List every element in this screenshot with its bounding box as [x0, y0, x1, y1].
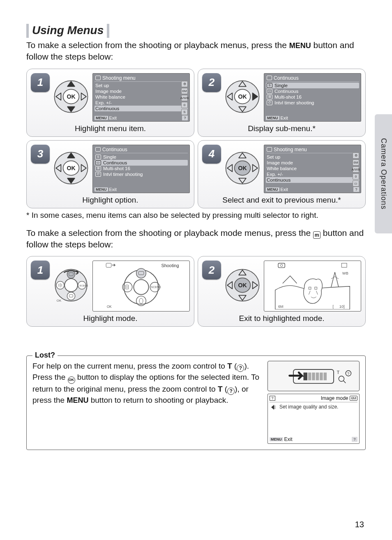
svg-rect-22	[106, 263, 111, 268]
value-badge: 6M	[353, 159, 359, 166]
step-card: 1 SCENE OK Shooting	[26, 256, 194, 327]
title-icon	[95, 76, 101, 80]
row-label: Continuous	[274, 89, 298, 94]
svg-rect-55	[324, 373, 327, 381]
title-icon	[95, 147, 101, 152]
svg-text:Shooting: Shooting	[161, 263, 179, 268]
svg-text:6M: 6M	[278, 305, 284, 309]
lost-help-box: Lost? For help on the current menu, pres…	[26, 355, 366, 450]
menu-row: Exp. +/-	[266, 171, 359, 177]
text: To make a selection from the shooting or…	[26, 40, 289, 50]
row-label: Intvl timer shooting	[274, 100, 314, 105]
value-badge: ⚙	[353, 152, 359, 159]
row-label: Exp. +/-	[95, 100, 112, 105]
help-badge: ?	[353, 187, 359, 192]
row-label: Single	[103, 155, 116, 159]
row-icon: ▭	[267, 89, 272, 94]
step-caption: Exit to highlighted mode.	[202, 314, 361, 323]
help-badge: ?	[182, 115, 188, 120]
svg-rect-53	[316, 373, 319, 381]
step-number: 2	[202, 261, 221, 279]
camera-screen: Continuous S Single ▭ Continuous ⊞ Multi…	[92, 145, 190, 193]
svg-text:[: [	[333, 305, 334, 309]
row-label: Exp. +/-	[267, 172, 283, 177]
svg-text:OK: OK	[107, 305, 112, 309]
svg-point-14	[67, 270, 75, 278]
row-icon: ⏱	[267, 100, 272, 105]
menu-row: ⊞ Multi-shot 16	[95, 166, 188, 171]
step-card: 3 OK Continuous S Single ▭ Continuous ⊞ …	[26, 140, 194, 208]
step-number: 1	[31, 261, 50, 279]
row-label: Single	[274, 83, 288, 88]
value-badge: 0	[181, 102, 188, 108]
value-badge: ⚙	[181, 81, 188, 87]
svg-point-13	[65, 279, 78, 292]
steps-grid-1: 1 OK Shooting menu Set up Image mode Whi…	[26, 69, 366, 208]
step-card: 1 OK Shooting menu Set up Image mode Whi…	[26, 69, 194, 137]
image-mode-badge: 6M	[350, 396, 357, 401]
help-icon: ?	[227, 388, 235, 395]
shooting-preview-screen: WB 6M [ 10]	[264, 261, 361, 312]
text: To make a selection from the shooting or…	[26, 228, 313, 238]
menu-row: Set up	[266, 154, 359, 160]
step-number: 2	[202, 73, 221, 92]
row-label: White balance	[267, 166, 297, 171]
exit-label: Exit	[281, 187, 288, 192]
multi-selector-icon: OK	[53, 78, 89, 116]
menu-row: S Single	[266, 83, 359, 88]
menu-row: Set up	[95, 83, 188, 88]
screen-title: Continuous	[274, 75, 299, 81]
menu-button-label: MENU	[289, 42, 311, 50]
screen-title: Shooting menu	[102, 75, 136, 81]
svg-point-26	[136, 269, 146, 279]
svg-line-58	[344, 381, 346, 383]
menu-row: ⊞ Multi-shot 16	[266, 94, 359, 100]
value-badge: 0	[353, 173, 359, 180]
svg-point-16	[67, 292, 75, 300]
help-badge: ?	[352, 437, 357, 442]
menu-row: White balance	[95, 94, 188, 100]
row-icon: ⊞	[267, 95, 272, 99]
row-label: Intvl timer shooting	[103, 172, 143, 177]
svg-text:OK: OK	[238, 93, 247, 100]
menu-row: Continuous	[266, 177, 359, 183]
svg-text:T: T	[337, 370, 340, 375]
row-label: Set up	[267, 155, 280, 159]
camera-screen: Shooting menu Set up Image mode White ba…	[264, 145, 361, 193]
step-caption: Select and exit to previous menu.*	[202, 196, 361, 205]
svg-text:SCENE: SCENE	[151, 286, 161, 289]
camera-screen: Continuous S Single ▭ Continuous ⊞ Multi…	[264, 73, 361, 122]
lost-help-screen: ? Image mode 6M Set image quality and si…	[267, 394, 360, 444]
menu-row: ⏱ Intvl timer shooting	[266, 100, 359, 106]
row-label: Set up	[95, 83, 109, 88]
svg-point-61	[274, 406, 275, 406]
section-heading: Using Menus	[26, 24, 109, 38]
lost-title: Lost?	[32, 351, 58, 360]
menu-row: Exp. +/-	[95, 100, 188, 106]
svg-text:WB: WB	[342, 271, 348, 275]
svg-rect-39	[341, 263, 347, 268]
menu-row: ▭ Continuous	[266, 88, 359, 94]
svg-text:?: ?	[347, 372, 349, 376]
svg-text:OK: OK	[238, 282, 247, 289]
menu-tag: MENU	[95, 187, 108, 192]
row-label: Continuous	[103, 160, 127, 165]
step-caption: Highlight menu item.	[31, 124, 190, 133]
section-tab-label: Camera Operations	[379, 138, 388, 210]
svg-text:SCENE: SCENE	[79, 284, 88, 287]
help-icon: ?	[237, 365, 244, 372]
value-badge: A/WB	[353, 166, 359, 173]
svg-rect-51	[308, 373, 311, 381]
menu-tag: MENU	[270, 437, 283, 441]
camera-illustration: T ?	[267, 361, 360, 391]
svg-text:10]: 10]	[339, 305, 345, 309]
lost-screen-title: Image mode	[321, 395, 348, 401]
title-icon	[267, 147, 272, 152]
svg-rect-54	[320, 373, 323, 381]
value-badge: ▭	[353, 180, 359, 187]
row-label: Multi-shot 16	[274, 95, 302, 99]
camera-screen: Shooting menu Set up Image mode White ba…	[92, 73, 190, 122]
exit-label: Exit	[109, 115, 117, 120]
row-label: Image mode	[267, 160, 293, 165]
multi-selector-icon: SCENE OK	[53, 267, 89, 305]
